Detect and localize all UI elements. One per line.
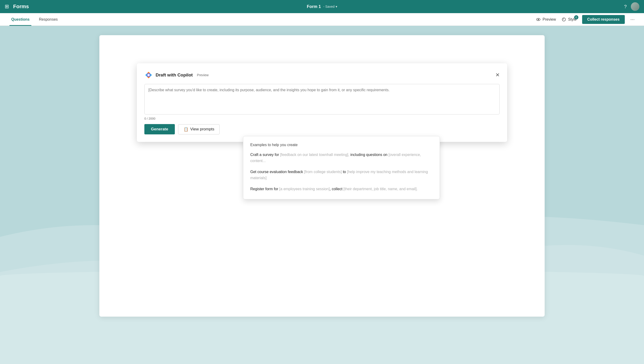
preview-button[interactable]: Preview (536, 17, 556, 22)
collect-responses-button[interactable]: Collect responses (582, 15, 625, 24)
topbar-right: ? (624, 2, 639, 11)
copilot-header: Draft with Copilot Preview ✕ (144, 71, 500, 79)
form-card: Draft with Copilot Preview ✕ 0 / 2000 Ge… (99, 35, 545, 317)
copilot-logo-icon (144, 71, 153, 79)
svg-point-1 (538, 19, 539, 20)
prompt-item-1[interactable]: Craft a survey for [feedback on our late… (250, 152, 432, 164)
copilot-actions: Generate 📋 View prompts (144, 124, 500, 134)
saved-status[interactable]: - Saved ▾ (323, 5, 337, 9)
prompts-dropdown: Examples to help you create Craft a surv… (243, 136, 440, 199)
prompts-doc-icon: 📋 (184, 127, 188, 132)
grid-icon[interactable]: ⊞ (5, 4, 9, 10)
style-icon (562, 17, 566, 22)
copilot-preview-tag: Preview (197, 73, 208, 77)
copilot-textarea[interactable] (144, 84, 500, 115)
copilot-title: Draft with Copilot (156, 73, 193, 78)
style-button[interactable]: Style 0 (562, 17, 576, 22)
style-badge: 0 (574, 15, 578, 20)
saved-label: - Saved (323, 5, 334, 9)
tab-bar: Questions Responses (9, 13, 536, 26)
help-icon[interactable]: ? (624, 4, 627, 10)
topbar-center: Form 1 - Saved ▾ (307, 4, 337, 9)
tab-questions[interactable]: Questions (9, 13, 32, 26)
app-name: Forms (13, 4, 29, 10)
prompt-item-2[interactable]: Get course evaluation feedback [from col… (250, 169, 432, 181)
svg-point-4 (148, 74, 150, 76)
preview-icon (536, 17, 541, 22)
canvas-area: Draft with Copilot Preview ✕ 0 / 2000 Ge… (0, 26, 644, 364)
prompt-item-3[interactable]: Register form for [a employees training … (250, 186, 432, 192)
copilot-close-button[interactable]: ✕ (496, 73, 500, 78)
copilot-dialog: Draft with Copilot Preview ✕ 0 / 2000 Ge… (137, 63, 507, 142)
view-prompts-button[interactable]: 📋 View prompts (178, 124, 220, 134)
char-count: 0 / 2000 (144, 117, 500, 120)
chevron-down-icon: ▾ (336, 5, 337, 9)
svg-point-2 (562, 18, 566, 21)
more-options-button[interactable]: ··· (630, 17, 635, 23)
secondbar: Questions Responses Preview Style 0 Coll… (0, 13, 644, 26)
tab-responses[interactable]: Responses (37, 13, 60, 26)
avatar-image (631, 2, 639, 11)
avatar[interactable] (631, 2, 639, 11)
topbar: ⊞ Forms Form 1 - Saved ▾ ? (0, 0, 644, 13)
prompts-title: Examples to help you create (250, 143, 432, 147)
secondbar-actions: Preview Style 0 Collect responses ··· (536, 15, 635, 24)
form-title: Form 1 (307, 4, 321, 9)
generate-button[interactable]: Generate (144, 124, 175, 134)
